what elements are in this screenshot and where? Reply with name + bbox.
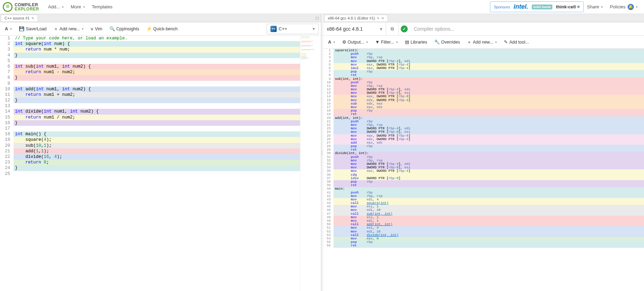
code-line[interactable]: return num1 + num2;: [14, 92, 300, 98]
sponsor-solidsands[interactable]: Solid Sands: [532, 5, 553, 9]
code-line[interactable]: int square(int num) {: [14, 41, 300, 47]
code-line[interactable]: pop rbp: [334, 180, 644, 184]
line-number: 8: [323, 74, 334, 77]
source-tab[interactable]: C++ source #1 ✎: [1, 15, 38, 21]
code-line[interactable]: divide(int, int):: [334, 152, 644, 155]
code-line[interactable]: return 0;: [14, 160, 300, 165]
code-line[interactable]: divide(16, 4);: [14, 154, 300, 160]
source-minimap[interactable]: [300, 36, 321, 291]
code-line[interactable]: return num1 - num2;: [14, 69, 300, 75]
line-number: 15: [0, 115, 14, 120]
filter-button[interactable]: ▼Filter...: [372, 38, 400, 46]
code-line[interactable]: mov esi, 1: [334, 216, 644, 219]
code-line[interactable]: idiv DWORD PTR [rbp-8]: [334, 177, 644, 180]
code-line[interactable]: call square(int): [334, 201, 644, 205]
edit-icon[interactable]: ✎: [377, 16, 380, 20]
code-line[interactable]: sub(int, int):: [334, 77, 644, 81]
code-line[interactable]: ret: [334, 184, 644, 187]
libraries-button[interactable]: ▤Libraries: [402, 38, 430, 46]
code-line[interactable]: [14, 81, 300, 86]
code-line[interactable]: call add(int, int): [334, 223, 644, 226]
font-size-button[interactable]: A: [325, 38, 338, 46]
code-line[interactable]: call divide(int, int): [334, 233, 644, 237]
code-line[interactable]: }: [14, 165, 300, 171]
compiler-select[interactable]: x86-64 gcc 4.8.1 ▾: [323, 22, 386, 35]
line-number: 24: [323, 130, 334, 134]
code-line[interactable]: ret: [334, 74, 644, 77]
code-line[interactable]: [14, 171, 300, 177]
nav-templates[interactable]: Templates: [89, 2, 116, 12]
code-line[interactable]: ret: [334, 113, 644, 116]
line-number: 56: [323, 244, 334, 247]
add-new-button[interactable]: ＋Add new...: [51, 24, 86, 34]
code-line[interactable]: imul eax, DWORD PTR [rbp-4]: [334, 67, 644, 70]
line-number: 21: [0, 148, 14, 154]
add-tool-button[interactable]: ✎Add tool...: [501, 38, 531, 46]
quickbench-button[interactable]: ⚡Quick-bench: [144, 24, 181, 33]
close-icon[interactable]: ✕: [381, 16, 384, 20]
code-line[interactable]: return num * num;: [14, 47, 300, 52]
line-number: 14: [0, 109, 14, 114]
line-number: 2: [0, 41, 14, 47]
font-size-button[interactable]: A: [2, 25, 15, 33]
code-line[interactable]: add(1,1);: [14, 148, 300, 154]
code-line[interactable]: [14, 126, 300, 131]
code-line[interactable]: mov rbp, rsp: [334, 194, 644, 198]
code-line[interactable]: int add(int num1, int num2) {: [14, 86, 300, 92]
line-number: 6: [323, 67, 334, 70]
compiler-tab[interactable]: x86-64 gcc 4.8.1 (Editor #1) ✎ ✕: [324, 15, 388, 21]
nav-more[interactable]: More: [67, 2, 89, 12]
code-line[interactable]: mov eax, edx: [334, 106, 644, 109]
vim-button[interactable]: ⅴVim: [88, 24, 105, 33]
code-line[interactable]: sub(10,1);: [14, 143, 300, 148]
output-button[interactable]: ⚙Output...: [339, 38, 371, 46]
code-line[interactable]: ret: [334, 244, 644, 247]
code-line[interactable]: pop rbp: [334, 109, 644, 113]
code-line[interactable]: pop rbp: [334, 145, 644, 148]
code-line[interactable]: ret: [334, 148, 644, 152]
code-line[interactable]: square(4);: [14, 137, 300, 143]
maximize-icon[interactable]: ▢: [313, 16, 321, 20]
nav-add[interactable]: Add...: [45, 2, 67, 12]
line-number: 17: [0, 126, 14, 131]
code-line[interactable]: int divide(int num1, int num2) {: [14, 109, 300, 114]
code-line[interactable]: // Type your code here, or load an examp…: [14, 36, 300, 41]
sponsors-label: Sponsors: [494, 5, 510, 9]
code-line[interactable]: mov eax, 0: [334, 237, 644, 240]
compiler-options-input[interactable]: [410, 22, 644, 35]
code-line[interactable]: pop rbp: [334, 240, 644, 244]
edit-icon[interactable]: ✎: [31, 16, 34, 20]
sponsor-thinkcell[interactable]: think-cell ≡: [556, 4, 580, 9]
code-line[interactable]: add eax, edx: [334, 141, 644, 145]
code-line[interactable]: [14, 103, 300, 109]
code-line[interactable]: }: [14, 120, 300, 126]
code-line[interactable]: return num1 / num2;: [14, 115, 300, 120]
code-line[interactable]: mov eax, DWORD PTR [rbp-4]: [334, 169, 644, 173]
bell-icon[interactable]: 🔔: [628, 4, 634, 10]
overrides-button[interactable]: 🔧Overrides: [431, 38, 463, 46]
nav-policies[interactable]: Policies 🔔: [606, 2, 641, 12]
sponsors-box[interactable]: Sponsors intel. Solid Sands think-cell ≡: [490, 1, 583, 12]
code-line[interactable]: }: [14, 75, 300, 81]
code-line[interactable]: pop rbp: [334, 70, 644, 74]
code-line[interactable]: add(int, int):: [334, 116, 644, 120]
code-line[interactable]: int sub(int num1, int num2) {: [14, 64, 300, 69]
add-new-asm-button[interactable]: ＋Add new...: [464, 37, 500, 47]
code-line[interactable]: main:: [334, 187, 644, 191]
plus-icon: ＋: [54, 26, 58, 32]
code-line[interactable]: }: [14, 98, 300, 103]
logo[interactable]: COMPILER EXPLORER: [3, 2, 39, 12]
nav-share[interactable]: Share: [584, 2, 607, 12]
popout-icon[interactable]: ⧉: [386, 22, 399, 35]
code-line[interactable]: int main() {: [14, 131, 300, 137]
code-line[interactable]: }: [14, 53, 300, 58]
code-line[interactable]: square(int):: [334, 49, 644, 52]
code-line[interactable]: call sub(int, int): [334, 212, 644, 216]
cppinsights-button[interactable]: 🔍CppInsights: [107, 24, 142, 33]
asm-editor[interactable]: 1234567891011121314151617181920212223242…: [323, 49, 644, 291]
save-load-button[interactable]: 💾Save/Load: [16, 24, 49, 33]
source-editor[interactable]: 1234567891011121314151617181920212223242…: [0, 36, 321, 291]
language-select[interactable]: ++ C++ ▾: [267, 24, 319, 34]
code-line[interactable]: [14, 58, 300, 64]
sponsor-intel[interactable]: intel.: [514, 3, 528, 10]
